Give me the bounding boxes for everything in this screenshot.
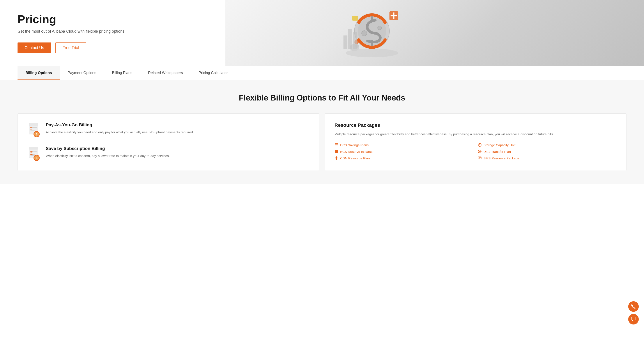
tab-billing-plans[interactable]: Billing Plans bbox=[104, 66, 140, 80]
resource-links-grid: ECS Savings Plans Storage Capacity Unit bbox=[334, 143, 616, 160]
payasyougo-icon: $ bbox=[28, 122, 42, 138]
cards-grid: $ Pay-As-You-Go Billing Achieve the elas… bbox=[18, 113, 626, 171]
tab-payment-options[interactable]: Payment Options bbox=[60, 66, 104, 80]
main-content: Flexible Billing Options to Fit All Your… bbox=[0, 80, 644, 184]
resource-packages-title: Resource Packages bbox=[334, 122, 616, 128]
svg-rect-15 bbox=[348, 29, 352, 49]
nav-tabs: Billing Options Payment Options Billing … bbox=[0, 66, 644, 80]
subscription-icon: $ bbox=[28, 146, 42, 162]
ecs-reserve-instance-icon bbox=[334, 150, 338, 153]
billing-options-card: $ Pay-As-You-Go Billing Achieve the elas… bbox=[18, 113, 319, 171]
hero-illustration bbox=[226, 0, 644, 66]
ecs-savings-plans-icon bbox=[334, 143, 338, 147]
resource-packages-description: Multiple resource packages for greater f… bbox=[334, 132, 616, 137]
svg-rect-40 bbox=[335, 144, 338, 145]
payasyougo-description: Achieve the elasticity you need and only… bbox=[46, 130, 194, 135]
sms-resource-package-icon bbox=[478, 156, 482, 160]
svg-text:$: $ bbox=[36, 156, 38, 160]
svg-rect-44 bbox=[335, 151, 338, 152]
sms-resource-package-link[interactable]: SMS Resource Package bbox=[478, 156, 616, 160]
hero-buttons: Contact Us Free Trial bbox=[18, 42, 127, 53]
svg-text:$: $ bbox=[36, 133, 38, 136]
cdn-resource-plan-icon bbox=[334, 156, 338, 160]
svg-rect-11 bbox=[352, 16, 358, 20]
payasyougo-text: Pay-As-You-Go Billing Achieve the elasti… bbox=[46, 122, 194, 138]
svg-rect-43 bbox=[335, 150, 338, 151]
tab-pricing-calculator[interactable]: Pricing Calculator bbox=[191, 66, 236, 80]
svg-rect-16 bbox=[353, 32, 357, 49]
ecs-savings-plans-link[interactable]: ECS Savings Plans bbox=[334, 143, 473, 147]
hero-section: Pricing Get the most out of Alibaba Clou… bbox=[0, 0, 644, 66]
hero-bg-image bbox=[226, 0, 644, 66]
subscription-billing-item: $ Save by Subscription Billing When elas… bbox=[28, 146, 310, 162]
svg-rect-52 bbox=[478, 157, 481, 159]
cdn-resource-plan-link[interactable]: CDN Resource Plan bbox=[334, 156, 473, 160]
payasyougo-billing-item: $ Pay-As-You-Go Billing Achieve the elas… bbox=[28, 122, 310, 138]
pricing-illustration bbox=[341, 5, 402, 62]
svg-rect-28 bbox=[29, 147, 38, 150]
storage-capacity-unit-link[interactable]: Storage Capacity Unit bbox=[478, 143, 616, 147]
subscription-title: Save by Subscription Billing bbox=[46, 146, 170, 151]
section-title: Flexible Billing Options to Fit All Your… bbox=[18, 93, 626, 102]
subscription-text: Save by Subscription Billing When elasti… bbox=[46, 146, 170, 162]
svg-rect-14 bbox=[344, 35, 348, 49]
tab-related-whitepapers[interactable]: Related Whitepapers bbox=[140, 66, 191, 80]
tab-billing-options[interactable]: Billing Options bbox=[18, 66, 60, 80]
payasyougo-title: Pay-As-You-Go Billing bbox=[46, 122, 194, 127]
resource-packages-card: Resource Packages Multiple resource pack… bbox=[325, 113, 626, 171]
svg-rect-45 bbox=[335, 152, 338, 153]
svg-rect-41 bbox=[335, 146, 338, 146]
subscription-description: When elasticity isn't a concern, pay a l… bbox=[46, 153, 170, 159]
ecs-reserve-instance-link[interactable]: ECS Reserve Instance bbox=[334, 150, 473, 153]
svg-point-6 bbox=[378, 26, 382, 30]
hero-content: Pricing Get the most out of Alibaba Clou… bbox=[18, 13, 127, 53]
data-transfer-plan-icon bbox=[478, 150, 482, 153]
svg-rect-39 bbox=[335, 143, 338, 144]
hero-title: Pricing bbox=[18, 13, 127, 26]
storage-capacity-unit-icon bbox=[478, 143, 482, 147]
hero-subtitle: Get the most out of Alibaba Cloud with f… bbox=[18, 29, 127, 34]
svg-point-5 bbox=[362, 31, 367, 36]
contact-us-button[interactable]: Contact Us bbox=[18, 42, 51, 53]
free-trial-button[interactable]: Free Trial bbox=[56, 42, 86, 53]
svg-rect-18 bbox=[29, 123, 38, 126]
data-transfer-plan-link[interactable]: Data Transfer Plan bbox=[478, 150, 616, 153]
